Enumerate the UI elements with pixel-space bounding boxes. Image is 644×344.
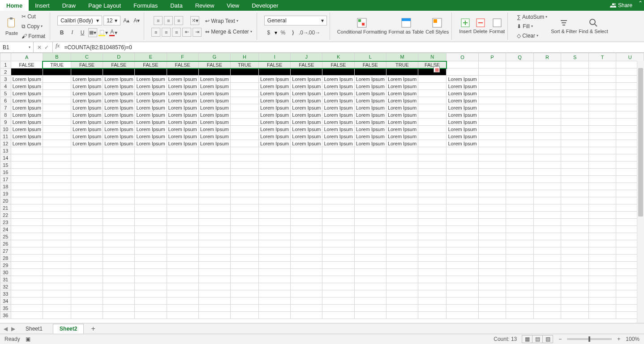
cell-O14[interactable] bbox=[447, 154, 478, 161]
cell-P34[interactable] bbox=[478, 297, 506, 305]
font-size-combo[interactable]: 12▾ bbox=[103, 16, 120, 25]
cell-R14[interactable] bbox=[533, 154, 561, 161]
cell-J15[interactable] bbox=[291, 161, 322, 169]
cell-A7[interactable]: Lorem Ipsum bbox=[11, 104, 43, 111]
align-right-icon[interactable]: ≡ bbox=[172, 28, 181, 37]
cell-T13[interactable] bbox=[588, 147, 616, 154]
cell-R12[interactable] bbox=[533, 140, 561, 147]
increase-font-icon[interactable]: A▴ bbox=[122, 16, 131, 25]
cell-B24[interactable] bbox=[43, 226, 71, 233]
cell-D23[interactable] bbox=[103, 219, 135, 226]
increase-decimal-icon[interactable]: .0→ bbox=[299, 28, 308, 37]
cell-S21[interactable] bbox=[561, 204, 589, 212]
fx-icon[interactable]: fx bbox=[53, 42, 62, 52]
cell-E6[interactable]: Lorem Ipsum bbox=[135, 97, 167, 104]
cell-G12[interactable]: Lorem Ipsum bbox=[198, 140, 230, 147]
cell-O27[interactable] bbox=[447, 247, 478, 255]
cell-R17[interactable] bbox=[533, 176, 561, 183]
cell-R30[interactable] bbox=[533, 269, 561, 276]
cell-C15[interactable] bbox=[71, 161, 103, 169]
cell-N8[interactable] bbox=[418, 111, 447, 119]
cell-F3[interactable]: Lorem Ipsum bbox=[167, 76, 198, 83]
cell-T20[interactable] bbox=[588, 197, 616, 204]
cell-F32[interactable] bbox=[167, 283, 198, 290]
cell-R4[interactable] bbox=[533, 83, 561, 90]
cell-F21[interactable] bbox=[167, 204, 198, 212]
cell-K24[interactable] bbox=[322, 226, 354, 233]
tab-developer[interactable]: Developer bbox=[245, 0, 284, 11]
cell-B8[interactable] bbox=[43, 111, 71, 119]
cell-R5[interactable] bbox=[533, 90, 561, 97]
cell-Q19[interactable] bbox=[506, 190, 534, 197]
cell-D24[interactable] bbox=[103, 226, 135, 233]
cell-C32[interactable] bbox=[71, 283, 103, 290]
cell-F17[interactable] bbox=[167, 176, 198, 183]
cell-O18[interactable] bbox=[447, 183, 478, 190]
cell-M15[interactable] bbox=[386, 161, 418, 169]
col-header-U[interactable]: U bbox=[616, 53, 644, 61]
cell-T7[interactable] bbox=[588, 104, 616, 111]
sheet-tab-1[interactable]: Sheet1 bbox=[19, 324, 49, 334]
cell-G14[interactable] bbox=[198, 154, 230, 161]
delete-cells-button[interactable]: Delete bbox=[473, 18, 488, 34]
cell-T12[interactable] bbox=[588, 140, 616, 147]
cell-H12[interactable] bbox=[231, 140, 259, 147]
col-header-J[interactable]: J bbox=[291, 53, 322, 61]
cell-S29[interactable] bbox=[561, 262, 589, 269]
cell-F26[interactable] bbox=[167, 240, 198, 247]
cell-F10[interactable]: Lorem Ipsum bbox=[167, 126, 198, 133]
decrease-decimal-icon[interactable]: .00→ bbox=[309, 28, 318, 37]
cell-G29[interactable] bbox=[198, 262, 230, 269]
cell-B1[interactable]: TRUE bbox=[43, 61, 71, 68]
cell-K20[interactable] bbox=[322, 197, 354, 204]
cell-J33[interactable] bbox=[291, 290, 322, 297]
row-header-21[interactable]: 21 bbox=[0, 204, 11, 212]
cell-G34[interactable] bbox=[198, 297, 230, 305]
cell-D4[interactable]: Lorem Ipsum bbox=[103, 83, 135, 90]
zoom-level[interactable]: 100% bbox=[626, 336, 640, 342]
cell-R35[interactable] bbox=[533, 305, 561, 312]
cell-T1[interactable] bbox=[588, 61, 616, 68]
cell-P18[interactable] bbox=[478, 183, 506, 190]
cell-S14[interactable] bbox=[561, 154, 589, 161]
cell-J8[interactable]: Lorem Ipsum bbox=[291, 111, 322, 119]
cell-H20[interactable] bbox=[231, 197, 259, 204]
cell-F6[interactable]: Lorem Ipsum bbox=[167, 97, 198, 104]
col-header-H[interactable]: H bbox=[231, 53, 259, 61]
cell-J2[interactable] bbox=[291, 68, 322, 76]
cell-Q5[interactable] bbox=[506, 90, 534, 97]
cell-B30[interactable] bbox=[43, 269, 71, 276]
cell-A35[interactable] bbox=[11, 305, 43, 312]
cell-D17[interactable] bbox=[103, 176, 135, 183]
cell-K33[interactable] bbox=[322, 290, 354, 297]
collapse-ribbon-icon[interactable]: ⌃ bbox=[637, 0, 644, 11]
cell-Q14[interactable] bbox=[506, 154, 534, 161]
cell-E1[interactable]: FALSE bbox=[135, 61, 167, 68]
fill-button[interactable]: ⬇Fill▾ bbox=[515, 22, 534, 30]
cell-L5[interactable]: Lorem Ipsum bbox=[354, 90, 386, 97]
cell-G2[interactable] bbox=[198, 68, 230, 76]
cell-I33[interactable] bbox=[259, 290, 291, 297]
cell-H18[interactable] bbox=[231, 183, 259, 190]
cell-N22[interactable] bbox=[418, 212, 447, 219]
cell-M10[interactable]: Lorem Ipsum bbox=[386, 126, 418, 133]
cell-F31[interactable] bbox=[167, 276, 198, 283]
row-header-7[interactable]: 7 bbox=[0, 104, 11, 111]
col-header-O[interactable]: O bbox=[447, 53, 478, 61]
cell-Q13[interactable] bbox=[506, 147, 534, 154]
cell-I34[interactable] bbox=[259, 297, 291, 305]
cell-O26[interactable] bbox=[447, 240, 478, 247]
cell-T31[interactable] bbox=[588, 276, 616, 283]
cell-L18[interactable] bbox=[354, 183, 386, 190]
cell-M22[interactable] bbox=[386, 212, 418, 219]
cell-E12[interactable]: Lorem Ipsum bbox=[135, 140, 167, 147]
cell-R2[interactable] bbox=[533, 68, 561, 76]
cell-J27[interactable] bbox=[291, 247, 322, 255]
cell-M4[interactable]: Lorem Ipsum bbox=[386, 83, 418, 90]
page-layout-view-icon[interactable]: ▤ bbox=[532, 335, 543, 343]
cell-S32[interactable] bbox=[561, 283, 589, 290]
cell-N16[interactable] bbox=[418, 169, 447, 176]
cell-S17[interactable] bbox=[561, 176, 589, 183]
cell-G26[interactable] bbox=[198, 240, 230, 247]
cell-A3[interactable]: Lorem Ipsum bbox=[11, 76, 43, 83]
